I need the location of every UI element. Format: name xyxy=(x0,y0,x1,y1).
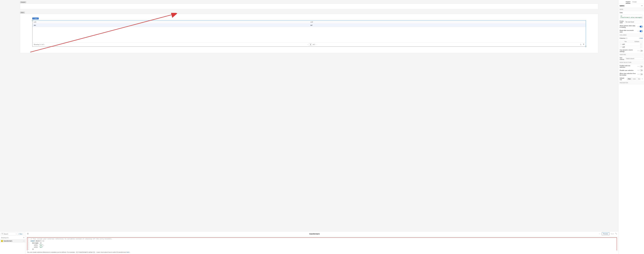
seg-none[interactable]: None xyxy=(637,78,640,80)
add-column-button[interactable]: + Add xyxy=(639,37,643,39)
preview-button[interactable]: Preview xyxy=(602,232,610,235)
column-row-col2[interactable]: ⠿ col2 xyxy=(620,46,643,48)
filter-icon[interactable] xyxy=(583,43,584,45)
hint-code-snippet: {{ transformer1.value }} xyxy=(76,252,96,253)
dynamic-cols-label: Use dynamic column settings xyxy=(620,49,636,52)
reset-toggle[interactable] xyxy=(640,30,643,32)
column-name: col1 xyxy=(622,43,640,45)
table-row[interactable]: abc def xyxy=(32,24,586,27)
inspector-panel: Inspect Create table1 ⋯ DATA ⌃ Data {{ t… xyxy=(618,0,644,254)
hint-link[interactable]: here xyxy=(126,252,130,253)
chevron-up-icon[interactable]: ⌃ xyxy=(642,54,643,55)
spinner-toggle[interactable] xyxy=(640,26,643,27)
table-showing-text: Showing 1-1 of 1 xyxy=(34,44,44,45)
table-footer: Showing 1-1 of 1 ‹ of 1 › xyxy=(32,42,586,46)
chevron-up-icon[interactable]: ⌃ xyxy=(642,9,643,10)
section-columns[interactable]: COLUMNS xyxy=(620,34,626,36)
column-row-col1[interactable]: ⠿ col1 xyxy=(620,43,643,46)
tab-inspect[interactable]: Inspect xyxy=(626,1,630,3)
columns-table-header: Title Editable xyxy=(620,40,643,43)
fx-icon[interactable]: fx xyxy=(638,70,638,71)
query-list-panel: + New ▾ Showing all 1 JS transformer1 xyxy=(0,232,26,254)
editable-checkbox[interactable] xyxy=(640,43,642,45)
clear-selection-toggle[interactable] xyxy=(640,73,643,75)
header-region-label: Header xyxy=(20,1,26,3)
tab-create[interactable]: Create xyxy=(632,1,637,3)
fx-icon[interactable]: fx xyxy=(638,74,638,75)
search-icon xyxy=(2,233,3,235)
filter-list-icon[interactable] xyxy=(23,237,24,239)
sort-column-select[interactable] xyxy=(625,57,643,60)
section-pagination[interactable]: PAGINATION xyxy=(620,82,628,83)
table-cell[interactable]: def xyxy=(309,24,586,27)
section-data[interactable]: DATA xyxy=(620,9,623,10)
reset-label: Reset after successful save xyxy=(620,29,636,33)
default-row-segment[interactable]: First Index None xyxy=(627,78,640,80)
code-lines[interactable]: // Tip: assign your external references … xyxy=(30,238,113,251)
new-button-label: New xyxy=(20,233,22,235)
section-sorting[interactable]: SORTING xyxy=(620,54,626,55)
fx-icon[interactable]: fx xyxy=(638,30,638,32)
fx-icon[interactable]: fx xyxy=(638,50,638,51)
code-more-icon[interactable]: ⋯ xyxy=(599,233,600,235)
main-region[interactable]: ⠿ table1 col1 col2 abc def Showing 1-1 o… xyxy=(20,14,598,53)
fx-icon[interactable]: fx xyxy=(638,26,638,27)
seg-first[interactable]: First xyxy=(627,78,632,80)
empty-state-label: Empty state xyxy=(620,20,624,23)
multi-row-toggle[interactable] xyxy=(640,66,643,67)
chevron-up-icon[interactable]: ⌃ xyxy=(642,62,643,63)
table-header-col1[interactable]: col1 xyxy=(32,20,309,23)
seg-index[interactable]: Index xyxy=(632,78,637,80)
section-row-selection[interactable]: ROW SELECTION xyxy=(620,62,631,63)
code-gutter: 12345678 xyxy=(27,238,30,251)
inspector-component-name[interactable]: table1 xyxy=(620,5,624,7)
component-badge-table1[interactable]: ⠿ table1 xyxy=(32,17,39,19)
pager-prev-icon[interactable]: ‹ xyxy=(307,44,308,45)
data-label: Data xyxy=(620,12,622,13)
js-icon: JS xyxy=(1,240,3,242)
disable-selection-label: Disable user selection xyxy=(620,70,636,71)
grip-icon: ⠿ xyxy=(33,18,34,19)
svg-point-1 xyxy=(2,233,3,234)
empty-state-input[interactable] xyxy=(625,21,643,23)
grip-icon[interactable]: ⠿ xyxy=(620,46,622,48)
dynamic-cols-toggle[interactable] xyxy=(640,50,643,52)
data-expression-input[interactable]: {{ transformer1.value.message}} xyxy=(620,15,643,19)
chevron-up-icon[interactable]: ⌃ xyxy=(642,82,643,83)
columns-label: Columns xyxy=(620,37,625,39)
column-name: col2 xyxy=(622,46,640,48)
table-component[interactable]: col1 col2 abc def Showing 1-1 of 1 ‹ of … xyxy=(32,20,586,47)
disable-selection-toggle[interactable] xyxy=(640,69,643,71)
table-cell[interactable]: abc xyxy=(32,24,309,27)
query-item-label: transformer1 xyxy=(4,240,12,242)
columns-count: (2) xyxy=(626,37,627,39)
code-editor[interactable]: 12345678 // Tip: assign your external re… xyxy=(27,238,617,251)
expand-icon[interactable] xyxy=(615,233,617,235)
header-region[interactable] xyxy=(20,3,598,9)
clear-selection-label: Allow clear selection from the toolbar xyxy=(620,73,636,76)
pager-page-input[interactable] xyxy=(309,43,312,46)
spinner-label: Show spinner when data is loading xyxy=(620,25,636,28)
inspector-more-icon[interactable]: ⋯ xyxy=(641,5,643,7)
pager-of-text: of 1 xyxy=(313,44,315,45)
query-item-more-icon[interactable]: ⋯ xyxy=(23,240,24,242)
table-header-col2[interactable]: col2 xyxy=(309,20,586,23)
query-item-transformer1[interactable]: JS transformer1 ⋯ xyxy=(0,239,26,243)
new-button[interactable]: + New ▾ xyxy=(17,232,25,236)
panel-collapse-icon[interactable] xyxy=(27,233,29,235)
chevron-down-icon: ▾ xyxy=(23,233,24,235)
fx-icon[interactable]: fx xyxy=(642,78,643,79)
bottom-panel: + New ▾ Showing all 1 JS transformer1 xyxy=(0,232,618,254)
fx-icon[interactable]: fx xyxy=(638,66,638,67)
showing-count: Showing all 1 xyxy=(1,237,9,239)
grip-icon[interactable]: ⠿ xyxy=(620,44,622,45)
code-panel: transformer1 ⋯ Preview Save 12345678 xyxy=(26,232,618,254)
save-button: Save xyxy=(611,233,614,235)
chevron-up-icon[interactable]: ⌃ xyxy=(642,34,643,36)
main-region-label: Main xyxy=(20,11,25,13)
plus-icon: + xyxy=(18,233,19,235)
editable-checkbox[interactable] xyxy=(640,46,642,48)
pager-next-icon[interactable]: › xyxy=(316,44,318,45)
table-header-row: col1 col2 xyxy=(32,20,586,24)
download-icon[interactable] xyxy=(580,43,582,45)
